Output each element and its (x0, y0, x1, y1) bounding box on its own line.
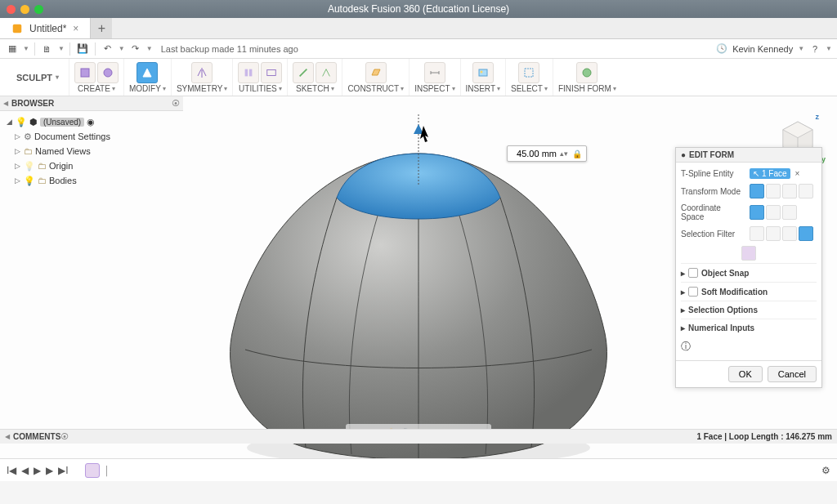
transform-rotate-icon[interactable] (782, 184, 797, 198)
cancel-button[interactable]: Cancel (768, 366, 817, 382)
timeline-end-icon[interactable]: ▶I (58, 465, 68, 476)
lock-icon[interactable]: 🔒 (570, 149, 584, 158)
coord-view-icon[interactable] (766, 205, 781, 220)
line-tool-icon[interactable] (316, 62, 337, 83)
cursor-icon: ↖ (753, 169, 759, 178)
svg-point-9 (583, 69, 591, 77)
coord-space-label: Coordinate Space (681, 203, 745, 221)
dimension-field[interactable] (509, 147, 558, 160)
edit-form-tool-icon[interactable] (137, 62, 158, 83)
tree-item-origin[interactable]: ▷ 💡 🗀 Origin (2, 158, 181, 173)
coord-world-icon[interactable] (750, 205, 764, 220)
timeline-back-icon[interactable]: ◀ (21, 465, 29, 476)
stepper-icon[interactable]: ▴▾ (558, 149, 570, 158)
timeline-forward-icon[interactable]: ▶ (46, 465, 53, 476)
tree-label: Bodies (49, 176, 77, 185)
object-snap-checkbox[interactable] (688, 268, 698, 278)
expand-icon[interactable]: ▷ (13, 176, 21, 185)
create-sketch-icon[interactable] (293, 62, 314, 83)
collapse-icon[interactable]: ◀ (5, 433, 10, 440)
tree-root[interactable]: ◢ 💡 ⬢ (Unsaved) ◉ (2, 114, 181, 129)
comments-bar[interactable]: ◀ COMMENTS ⦿ 1 Face | Loop Length : 146.… (0, 429, 837, 444)
timeline-start-icon[interactable]: I◀ (7, 465, 16, 476)
expand-icon[interactable]: ◢ (5, 118, 13, 126)
transform-translate-icon[interactable] (766, 184, 781, 198)
redo-button[interactable]: ↷ (128, 42, 143, 56)
browser-panel-header[interactable]: ◀ BROWSER ⦿ (0, 96, 183, 111)
numerical-inputs-section[interactable]: ▸Numerical Inputs (681, 319, 817, 337)
filter-edge-icon[interactable] (766, 226, 781, 241)
undo-button[interactable]: ↶ (101, 42, 115, 56)
pin-icon[interactable]: ⦿ (172, 99, 180, 108)
file-menu-button[interactable]: 🗎 (40, 42, 55, 56)
info-icon[interactable]: ⓘ (681, 341, 691, 352)
save-button[interactable]: 💾 (75, 42, 90, 56)
entity-chip[interactable]: ↖ 1 Face (750, 168, 790, 179)
settings-gear-icon[interactable]: ⚙ (821, 465, 830, 476)
dropdown-icon[interactable]: ▼ (58, 45, 65, 52)
svg-rect-0 (13, 24, 22, 33)
dropdown-icon[interactable]: ▼ (23, 45, 29, 52)
clear-selection-icon[interactable]: × (795, 169, 800, 178)
svg-rect-3 (245, 69, 248, 77)
dimension-input[interactable]: ▴▾ 🔒 (507, 145, 587, 162)
selection-filter-label: Selection Filter (681, 230, 745, 239)
repair-tool-icon[interactable] (238, 62, 259, 83)
collapse-icon[interactable]: ◀ (3, 100, 8, 107)
box-tool-icon[interactable] (74, 62, 96, 83)
filter-vertex-icon[interactable] (750, 226, 764, 241)
display-mode-icon[interactable] (261, 62, 282, 83)
ribbon-toolbar: SCULPT ▾ CREATE▾ MODIFY▾ SYMMETRY▾ UTILI… (0, 59, 837, 96)
folder-icon: 🗀 (24, 146, 33, 156)
new-tab-button[interactable]: + (91, 18, 112, 38)
tab-close-icon[interactable]: × (73, 23, 78, 34)
ok-button[interactable]: OK (728, 366, 763, 382)
visibility-icon[interactable]: 💡 (16, 117, 27, 127)
timeline-feature-icon[interactable] (85, 463, 100, 478)
soft-mod-checkbox[interactable] (688, 287, 698, 297)
timeline-play-icon[interactable]: ▶ (34, 465, 41, 476)
visibility-icon[interactable]: 💡 (24, 176, 35, 186)
panel-header[interactable]: ● EDIT FORM (676, 148, 821, 163)
expand-icon[interactable]: ▷ (13, 162, 21, 170)
timeline-marker-icon[interactable]: │ (105, 466, 110, 475)
dropdown-icon[interactable]: ▼ (146, 45, 153, 52)
visibility-icon[interactable]: 💡 (24, 161, 35, 172)
transform-scale-icon[interactable] (799, 184, 813, 198)
filter-extra-icon[interactable] (741, 246, 756, 261)
ribbon-group-utilities: UTILITIES▾ (233, 59, 288, 96)
insert-decal-icon[interactable] (472, 62, 494, 83)
workspace-switcher[interactable]: SCULPT ▾ (7, 59, 69, 96)
dropdown-icon[interactable]: ▼ (826, 45, 832, 52)
select-tool-icon[interactable] (518, 62, 539, 83)
tree-item-bodies[interactable]: ▷ 💡 🗀 Bodies (2, 173, 181, 188)
ribbon-group-modify: MODIFY▾ (124, 59, 172, 96)
tree-item-named-views[interactable]: ▷ 🗀 Named Views (2, 144, 181, 158)
tree-item-doc-settings[interactable]: ▷ ⚙ Document Settings (2, 129, 181, 144)
help-button[interactable]: ? (808, 42, 822, 56)
coord-local-icon[interactable] (782, 205, 797, 220)
transform-multi-icon[interactable] (750, 184, 764, 198)
pin-icon[interactable]: ⦿ (60, 432, 69, 441)
selection-options-section[interactable]: ▸Selection Options (681, 301, 817, 319)
dropdown-icon[interactable]: ▼ (119, 45, 125, 52)
soft-mod-section[interactable]: ▸Soft Modification (681, 282, 817, 301)
quick-access-toolbar: ▦ ▼ 🗎 ▼ 💾 ↶ ▼ ↷ ▼ Last backup made 11 mi… (0, 39, 837, 59)
plane-tool-icon[interactable] (365, 62, 387, 83)
browser-tree: ◢ 💡 ⬢ (Unsaved) ◉ ▷ ⚙ Document Settings … (0, 111, 183, 191)
browser-title: BROWSER (11, 99, 54, 108)
user-menu[interactable]: Kevin Kennedy ▼ (732, 44, 804, 54)
job-status-icon[interactable]: 🕓 (714, 42, 729, 56)
finish-form-icon[interactable] (576, 62, 598, 83)
object-snap-section[interactable]: ▸Object Snap (681, 263, 817, 282)
filter-face-icon[interactable] (782, 226, 797, 241)
document-tab[interactable]: Untitled* × (0, 18, 91, 38)
svg-point-2 (104, 69, 112, 77)
quadball-tool-icon[interactable] (97, 62, 119, 83)
mirror-tool-icon[interactable] (191, 62, 213, 83)
expand-icon[interactable]: ▷ (13, 147, 21, 155)
expand-icon[interactable]: ▷ (13, 132, 21, 140)
measure-tool-icon[interactable] (424, 62, 445, 83)
data-panel-button[interactable]: ▦ (5, 42, 20, 56)
filter-body-icon[interactable] (799, 226, 813, 241)
